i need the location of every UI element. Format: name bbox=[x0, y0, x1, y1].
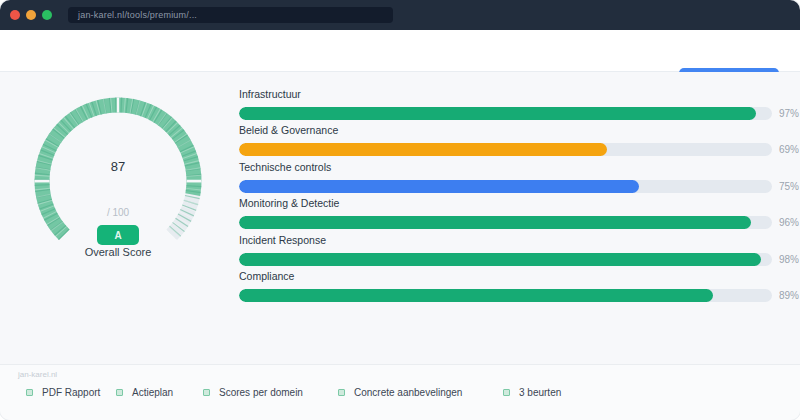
score-percent: 89% bbox=[779, 290, 799, 301]
feature-check-icon bbox=[503, 389, 510, 396]
page-footer: jan-karel.nl PDF Rapport Actieplan Score… bbox=[0, 364, 800, 420]
score-bar-fill bbox=[239, 253, 761, 266]
footer-site-name: jan-karel.nl bbox=[18, 370, 57, 379]
footer-feature-actieplan: Actieplan bbox=[116, 387, 173, 398]
address-bar[interactable]: jan-karel.nl/tools/premium/... bbox=[68, 7, 393, 23]
domain-scores-list: Infrastructuur 97% Beleid & Governance 6… bbox=[239, 88, 799, 306]
gauge-score-max: / 100 bbox=[0, 207, 236, 218]
footer-feature-pdf-rapport: PDF Rapport bbox=[26, 387, 100, 398]
browser-titlebar: jan-karel.nl/tools/premium/... bbox=[0, 0, 800, 30]
footer-feature-concrete-aanbevelingen: Concrete aanbevelingen bbox=[338, 387, 462, 398]
score-label: Technische controls bbox=[239, 161, 799, 174]
score-label: Beleid & Governance bbox=[239, 124, 799, 137]
score-bar-track bbox=[239, 180, 772, 193]
score-bar-track bbox=[239, 143, 772, 156]
score-bar-track bbox=[239, 216, 772, 229]
feature-check-icon bbox=[116, 389, 123, 396]
feature-label: PDF Rapport bbox=[42, 387, 100, 398]
score-label: Monitoring & Detectie bbox=[239, 197, 799, 210]
score-percent: 97% bbox=[779, 108, 799, 119]
score-row: Incident Response 98% bbox=[239, 234, 799, 266]
main-content: 87 / 100 A Overall Score Infrastructuur … bbox=[0, 72, 800, 364]
page-header: Carbon & Sustainability Audit Download P… bbox=[0, 30, 800, 72]
score-bar-fill bbox=[239, 289, 713, 302]
feature-label: Actieplan bbox=[132, 387, 173, 398]
score-bar-track bbox=[239, 107, 772, 120]
gauge-score-value: 87 bbox=[0, 159, 236, 174]
score-percent: 98% bbox=[779, 254, 799, 265]
overall-score-gauge: 87 / 100 A Overall Score bbox=[0, 72, 236, 364]
feature-label: 3 beurten bbox=[519, 387, 561, 398]
feature-label: Concrete aanbevelingen bbox=[354, 387, 462, 398]
feature-check-icon bbox=[203, 389, 210, 396]
score-bar-fill bbox=[239, 180, 639, 193]
score-label: Infrastructuur bbox=[239, 88, 799, 101]
score-bar-track bbox=[239, 289, 772, 302]
gauge-caption: Overall Score bbox=[0, 246, 236, 258]
browser-window: jan-karel.nl/tools/premium/... Carbon & … bbox=[0, 0, 800, 420]
score-row: Technische controls 75% bbox=[239, 161, 799, 193]
score-row: Compliance 89% bbox=[239, 270, 799, 302]
maximize-window-icon[interactable] bbox=[42, 10, 52, 20]
score-bar-fill bbox=[239, 143, 607, 156]
feature-check-icon bbox=[338, 389, 345, 396]
footer-feature-scores-per-domein: Scores per domein bbox=[203, 387, 303, 398]
footer-feature-beurten: 3 beurten bbox=[503, 387, 561, 398]
close-window-icon[interactable] bbox=[10, 10, 20, 20]
score-bar-fill bbox=[239, 107, 756, 120]
score-bar-track bbox=[239, 253, 772, 266]
score-row: Monitoring & Detectie 96% bbox=[239, 197, 799, 229]
feature-check-icon bbox=[26, 389, 33, 396]
address-bar-url: jan-karel.nl/tools/premium/... bbox=[78, 10, 197, 20]
minimize-window-icon[interactable] bbox=[26, 10, 36, 20]
score-percent: 69% bbox=[779, 144, 799, 155]
score-row: Infrastructuur 97% bbox=[239, 88, 799, 120]
score-percent: 75% bbox=[779, 181, 799, 192]
grade-badge: A bbox=[97, 225, 139, 245]
score-row: Beleid & Governance 69% bbox=[239, 124, 799, 156]
score-label: Incident Response bbox=[239, 234, 799, 247]
feature-label: Scores per domein bbox=[219, 387, 303, 398]
score-bar-fill bbox=[239, 216, 751, 229]
score-label: Compliance bbox=[239, 270, 799, 283]
window-controls bbox=[10, 10, 52, 20]
score-percent: 96% bbox=[779, 217, 799, 228]
